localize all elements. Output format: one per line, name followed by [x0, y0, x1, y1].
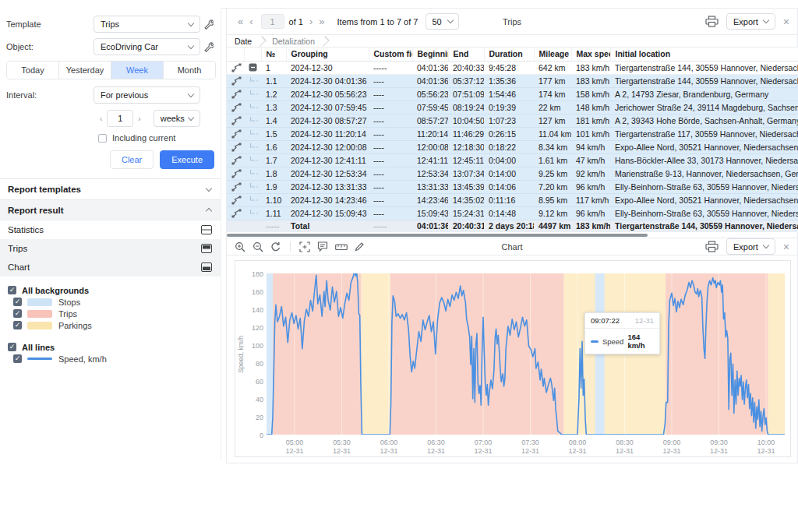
show-track-cell[interactable]: [227, 193, 244, 206]
cell-end[interactable]: 10:04:50: [448, 114, 484, 127]
close-icon[interactable]: ×: [783, 16, 789, 27]
tab-yesterday[interactable]: Yesterday: [59, 62, 111, 79]
table-row[interactable]: 1.22024-12-30 05:56:23----05:56:2307:51:…: [227, 87, 798, 100]
increment-arrow[interactable]: ›: [133, 115, 145, 123]
show-track-cell[interactable]: [227, 100, 244, 114]
ruler-button[interactable]: [335, 242, 348, 252]
execute-button[interactable]: Execute: [160, 150, 214, 169]
chart-tooltip: 09:07:22 12-31 Speed 164 km/h: [584, 312, 660, 354]
collapse-cell[interactable]: [244, 61, 261, 74]
cell-beginning[interactable]: 12:53:34: [412, 167, 448, 180]
cell-beginning[interactable]: 11:20:14: [412, 127, 448, 140]
cell-end[interactable]: 13:45:39: [448, 180, 484, 193]
cell-beginning[interactable]: 13:31:33: [412, 180, 448, 193]
show-track-cell[interactable]: [227, 180, 244, 193]
tab-today[interactable]: Today: [7, 62, 59, 79]
show-track-cell[interactable]: [227, 61, 244, 74]
table-row[interactable]: 1.52024-12-30 11:20:14----11:20:1411:46:…: [227, 127, 798, 140]
close-icon[interactable]: ×: [783, 241, 789, 252]
cell-end[interactable]: 08:19:24: [448, 100, 484, 114]
tab-detalization[interactable]: Detalization: [272, 37, 315, 46]
tab-month[interactable]: Month: [164, 62, 215, 79]
show-track-cell[interactable]: [227, 140, 244, 153]
export-button[interactable]: Export: [726, 13, 775, 30]
reset-zoom-button[interactable]: [270, 241, 281, 252]
cell-end[interactable]: 13:07:34: [448, 167, 484, 180]
including-current-checkbox[interactable]: [98, 134, 107, 143]
print-button[interactable]: [705, 16, 719, 27]
all-backgrounds-checkbox[interactable]: ✓: [8, 286, 16, 294]
show-track-cell[interactable]: [227, 127, 244, 140]
parkings-checkbox[interactable]: ✓: [13, 321, 22, 329]
interval-count-input[interactable]: 1: [107, 110, 133, 127]
show-track-cell[interactable]: [227, 167, 244, 180]
cell-beginning[interactable]: 12:00:08: [412, 140, 448, 153]
object-select[interactable]: EcoDriving Car: [94, 38, 200, 55]
cell-beginning[interactable]: 04:01:36: [412, 61, 448, 74]
zoom-out-button[interactable]: [252, 241, 263, 252]
speed-chart-plot[interactable]: [267, 273, 785, 435]
cell-end[interactable]: 11:46:29: [448, 127, 484, 140]
speed-line-checkbox[interactable]: ✓: [13, 354, 22, 363]
interval-select[interactable]: For previous: [94, 86, 200, 104]
cell-beginning[interactable]: 14:23:46: [412, 193, 448, 206]
cell-beginning[interactable]: 05:56:23: [412, 87, 448, 100]
export-button[interactable]: Export: [726, 238, 775, 255]
cell-beginning[interactable]: 08:57:27: [412, 114, 448, 127]
table-row[interactable]: 1.32024-12-30 07:59:45----07:59:4508:19:…: [227, 100, 798, 114]
tooltip-toggle-button[interactable]: [317, 241, 328, 252]
tab-week[interactable]: Week: [111, 62, 164, 79]
template-settings-button[interactable]: [200, 19, 216, 30]
show-track-cell[interactable]: [227, 114, 244, 127]
cell-end[interactable]: 07:51:09: [448, 87, 484, 100]
show-track-cell[interactable]: [227, 87, 244, 100]
table-row[interactable]: 1.72024-12-30 12:41:11----12:41:1112:45:…: [227, 153, 798, 167]
table-row[interactable]: 1.12024-12-30 04:01:36----04:01:3605:37:…: [227, 74, 798, 87]
stops-checkbox[interactable]: ✓: [13, 298, 22, 306]
cell-end[interactable]: 15:24:31: [448, 206, 484, 220]
cell-end[interactable]: 12:45:11: [448, 153, 484, 167]
report-templates-header[interactable]: Report templates: [0, 178, 221, 199]
horizontal-scrollbar[interactable]: [227, 234, 648, 237]
last-page-button[interactable]: »: [316, 16, 327, 27]
show-track-cell[interactable]: [227, 153, 244, 167]
cell-end[interactable]: 12:18:30: [448, 140, 484, 153]
template-select[interactable]: Trips: [94, 16, 200, 33]
tab-date[interactable]: Date: [235, 37, 252, 46]
first-page-button[interactable]: «: [235, 16, 246, 27]
result-item-statistics[interactable]: Statistics: [0, 220, 221, 239]
next-page-button[interactable]: ›: [306, 16, 316, 27]
table-row[interactable]: 1.102024-12-30 14:23:46----14:23:4614:35…: [227, 193, 798, 206]
table-row[interactable]: 12024-12-30-----04:01:3620:40:339:45:286…: [227, 61, 798, 74]
all-lines-checkbox[interactable]: ✓: [8, 343, 16, 351]
page-size-select[interactable]: 50: [425, 13, 458, 30]
page-number-input[interactable]: 1: [261, 14, 284, 29]
print-button[interactable]: [705, 241, 719, 252]
cell-beginning[interactable]: 07:59:45: [412, 100, 448, 114]
cell-end[interactable]: 05:37:12: [448, 74, 484, 87]
show-track-cell[interactable]: [227, 206, 244, 220]
report-result-header[interactable]: Report result: [0, 199, 221, 220]
object-settings-button[interactable]: [200, 42, 216, 52]
cell-beginning[interactable]: 15:09:43: [412, 206, 448, 220]
result-item-chart[interactable]: Chart: [0, 258, 221, 277]
table-row[interactable]: 1.62024-12-30 12:00:08----12:00:0812:18:…: [227, 140, 798, 153]
zoom-in-button[interactable]: [235, 241, 245, 252]
table-row[interactable]: 1.42024-12-30 08:57:27----08:57:2710:04:…: [227, 114, 798, 127]
cell-beginning[interactable]: 12:41:11: [412, 153, 448, 167]
decrement-arrow[interactable]: ‹: [95, 115, 107, 123]
fit-selection-button[interactable]: [299, 241, 310, 252]
result-item-trips[interactable]: Trips: [0, 239, 221, 258]
interval-unit-select[interactable]: weeks: [154, 110, 200, 127]
table-row[interactable]: 1.82024-12-30 12:53:34----12:53:3413:07:…: [227, 167, 798, 180]
cell-beginning[interactable]: 04:01:36: [412, 74, 448, 87]
show-track-cell[interactable]: [227, 74, 244, 87]
clear-button[interactable]: Clear: [110, 150, 154, 169]
draw-button[interactable]: [355, 241, 365, 252]
table-row[interactable]: 1.92024-12-30 13:31:33----13:31:3313:45:…: [227, 180, 798, 193]
cell-end[interactable]: 14:35:02: [448, 193, 484, 206]
cell-end[interactable]: 20:40:33: [448, 61, 484, 74]
prev-page-button[interactable]: ‹: [246, 16, 256, 27]
table-row[interactable]: 1.112024-12-30 15:09:43----15:09:4315:24…: [227, 206, 798, 220]
trips-checkbox[interactable]: ✓: [13, 309, 22, 318]
